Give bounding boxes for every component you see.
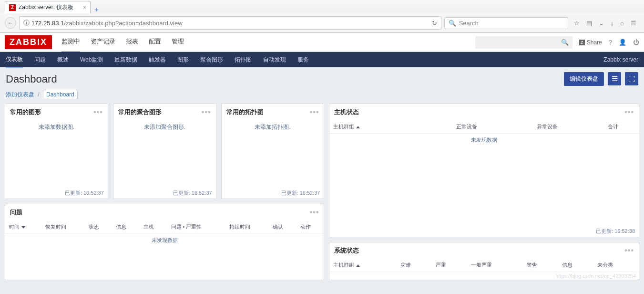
- col-disaster[interactable]: 灾难: [397, 259, 432, 272]
- share-label: Share: [587, 39, 602, 46]
- col-total[interactable]: 合计: [588, 120, 639, 134]
- subnav-problems[interactable]: 问题: [34, 52, 46, 68]
- search-icon[interactable]: 🔍: [561, 39, 569, 46]
- subnav-discovery[interactable]: 自动发现: [263, 52, 286, 68]
- crumb-current: Dashboard: [43, 90, 78, 99]
- user-icon[interactable]: 👤: [619, 39, 626, 46]
- browser-tab[interactable]: Z Zabbix server: 仪表板 ×: [5, 1, 91, 13]
- col-hostgroup[interactable]: 主机群组: [329, 259, 396, 272]
- new-tab-button[interactable]: +: [91, 5, 102, 13]
- empty-text: 未发现数据: [329, 134, 639, 147]
- widget-menu-icon[interactable]: •••: [93, 108, 103, 116]
- browser-search[interactable]: 🔍 Search: [444, 17, 568, 29]
- page-head: Dashboard 编辑仪表盘 ☰ ⛶: [0, 67, 644, 91]
- widget-title: 主机状态: [334, 108, 359, 116]
- col-warning[interactable]: 警告: [523, 259, 558, 272]
- subnav-web[interactable]: Web监测: [80, 52, 103, 68]
- menu-icon[interactable]: ☰: [631, 20, 636, 27]
- url-field[interactable]: ⓘ 172.25.83.1 /zabbix/zabbix.php?action=…: [19, 16, 441, 30]
- col-recovery[interactable]: 恢复时间: [41, 220, 85, 234]
- nav-reports[interactable]: 报表: [126, 32, 138, 53]
- zabbix-icon: Z: [579, 40, 585, 45]
- url-bar: ← ⓘ 172.25.83.1 /zabbix/zabbix.php?actio…: [0, 13, 644, 32]
- nav-admin[interactable]: 管理: [172, 32, 184, 53]
- empty-text: 未添加拓扑图.: [255, 123, 290, 131]
- subnav-services[interactable]: 服务: [297, 52, 309, 68]
- widget-title: 常用的图形: [10, 108, 41, 116]
- col-actions[interactable]: 动作: [296, 220, 324, 234]
- dashboard-grid: 常用的图形••• 未添加数据图. 已更新: 16:52:37 常用的聚合图形••…: [0, 104, 644, 285]
- list-icon[interactable]: ☰: [608, 72, 621, 85]
- subnav-dashboard[interactable]: 仪表板: [6, 52, 23, 68]
- refresh-icon[interactable]: ↻: [432, 20, 437, 27]
- nav-inventory[interactable]: 资产记录: [91, 32, 115, 53]
- subnav-maps[interactable]: 拓扑图: [235, 52, 252, 68]
- col-ack[interactable]: 确认: [269, 220, 296, 234]
- share-button[interactable]: ZShare: [579, 39, 602, 46]
- problems-table: 时间 恢复时间 状态 信息 主机 问题 • 严重性 持续时间 确认 动作 未发现…: [5, 220, 324, 247]
- col-info[interactable]: 信息: [112, 220, 140, 234]
- search-icon: 🔍: [449, 20, 456, 27]
- library-icon[interactable]: ▤: [586, 20, 592, 27]
- tab-bar: Z Zabbix server: 仪表板 × +: [0, 0, 644, 13]
- widget-title: 问题: [10, 208, 22, 217]
- col-abnormal[interactable]: 异常设备: [507, 120, 588, 134]
- widget-menu-icon[interactable]: •••: [202, 108, 211, 116]
- widget-fav-screens: 常用的聚合图形••• 未添加聚合图形. 已更新: 16:52:37: [113, 104, 216, 199]
- col-time[interactable]: 时间: [5, 220, 41, 234]
- widget-menu-icon[interactable]: •••: [310, 108, 319, 116]
- widget-fav-maps: 常用的拓扑图••• 未添加拓扑图. 已更新: 16:52:37: [221, 104, 325, 199]
- widget-problems: 问题••• 时间 恢复时间 状态 信息 主机 问题 • 严重性 持续时间 确认 …: [5, 204, 324, 280]
- col-status[interactable]: 状态: [85, 220, 112, 234]
- downloads-icon[interactable]: ↓: [611, 20, 614, 27]
- zabbix-logo[interactable]: ZABBIX: [5, 35, 52, 49]
- subnav-latest[interactable]: 最新数据: [114, 52, 137, 68]
- app-search-input[interactable]: [475, 36, 561, 49]
- browser-chrome: Z Zabbix server: 仪表板 × + ← ⓘ 172.25.83.1…: [0, 0, 644, 33]
- info-icon[interactable]: ⓘ: [23, 19, 30, 27]
- fullscreen-icon[interactable]: ⛶: [625, 72, 638, 85]
- widget-updated: 已更新: 16:52:37: [222, 188, 324, 199]
- subnav-triggers[interactable]: 触发器: [149, 52, 166, 68]
- nav-monitoring[interactable]: 监测中: [61, 32, 80, 53]
- subnav-overview[interactable]: 概述: [57, 52, 69, 68]
- power-icon[interactable]: ⏻: [633, 39, 639, 46]
- col-severity[interactable]: 问题 • 严重性: [167, 220, 226, 234]
- url-path: /zabbix/zabbix.php?action=dashboard.view: [64, 20, 182, 27]
- server-label: Zabbix server: [603, 56, 638, 63]
- col-notclassified[interactable]: 未分类: [593, 259, 639, 272]
- widget-fav-graphs: 常用的图形••• 未添加数据图. 已更新: 16:52:37: [5, 104, 108, 199]
- pocket-icon[interactable]: ⌄: [599, 20, 604, 27]
- back-button[interactable]: ←: [5, 17, 16, 29]
- subnav-graphs[interactable]: 图形: [177, 52, 189, 68]
- crumb-sep: /: [38, 91, 39, 98]
- header-right: 🔍 ZShare ? 👤 ⏻: [475, 36, 639, 49]
- home-icon[interactable]: ⌂: [620, 20, 624, 27]
- widget-title: 系统状态: [334, 246, 359, 255]
- widget-updated: 已更新: 16:52:38: [329, 226, 639, 237]
- widget-updated: 已更新: 16:52:37: [113, 188, 216, 199]
- edit-dashboard-button[interactable]: 编辑仪表盘: [564, 72, 604, 86]
- widget-menu-icon[interactable]: •••: [624, 246, 634, 255]
- widget-menu-icon[interactable]: •••: [310, 208, 319, 217]
- col-info[interactable]: 信息: [558, 259, 593, 272]
- col-host[interactable]: 主机: [140, 220, 167, 234]
- close-icon[interactable]: ×: [83, 4, 86, 11]
- widget-title: 常用的聚合图形: [118, 108, 162, 116]
- widget-title: 常用的拓扑图: [226, 108, 264, 116]
- empty-text: 未发现数据: [5, 234, 324, 247]
- widget-updated: 已更新: 16:52:37: [5, 188, 108, 199]
- col-duration[interactable]: 持续时间: [225, 220, 269, 234]
- widget-menu-icon[interactable]: •••: [624, 108, 634, 116]
- col-high[interactable]: 严重: [432, 259, 467, 272]
- col-hostgroup[interactable]: 主机群组: [329, 120, 426, 134]
- bookmark-icon[interactable]: ☆: [574, 20, 580, 27]
- app-search-wrap: 🔍: [475, 36, 572, 49]
- sys-status-table: 主机群组 灾难 严重 一般严重 警告 信息 未分类: [329, 259, 639, 272]
- col-average[interactable]: 一般严重: [467, 259, 523, 272]
- nav-config[interactable]: 配置: [149, 32, 161, 53]
- col-normal[interactable]: 正常设备: [426, 120, 507, 134]
- subnav-screens[interactable]: 聚合图形: [200, 52, 223, 68]
- crumb-add-dashboard[interactable]: 添加仪表盘: [6, 91, 34, 98]
- help-icon[interactable]: ?: [609, 39, 612, 46]
